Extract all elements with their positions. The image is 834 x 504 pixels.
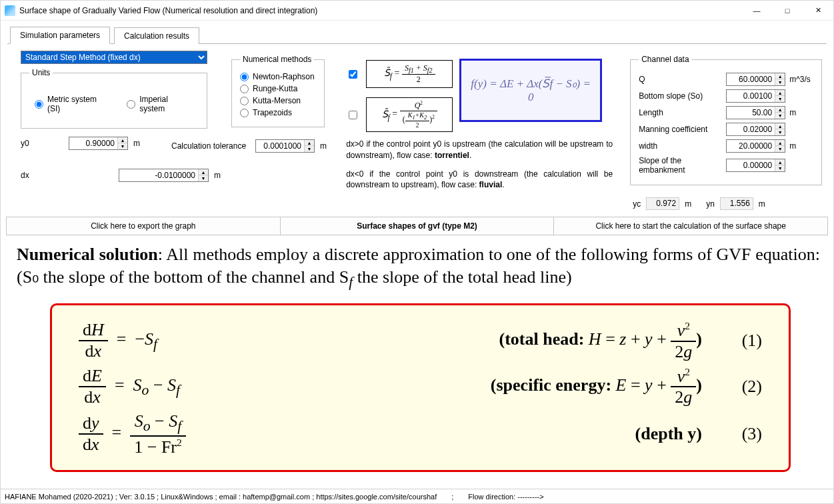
equation-3: dydx = So − Sf1 − Fr2 (depth y) (3) (79, 411, 762, 457)
spin-down-icon[interactable]: ▼ (199, 175, 208, 181)
surface-shape-title: Surface shapes of gvf (type M2) (281, 217, 555, 235)
length-input[interactable]: ▲▼ (726, 106, 785, 119)
manning-input[interactable]: ▲▼ (726, 123, 785, 136)
yc-label: yc (633, 199, 641, 209)
embankment-input[interactable]: ▲▼ (726, 159, 785, 172)
numerical-methods-legend: Numerical methods (240, 55, 314, 64)
objective-function-box: f(y) = ΔE + Δx(S̅f − S₀) = 0 (459, 59, 602, 122)
length-unit: m (789, 108, 813, 117)
equation-1: dHdx = −Sf (total head: H = z + y + v22g… (79, 320, 762, 362)
yn-value: 1.556 (720, 197, 753, 210)
dx-label: dx (21, 171, 47, 180)
status-bar: HAFIANE Mohamed (2020-2021) ; Ver: 3.0.1… (1, 489, 833, 503)
export-graph-button[interactable]: Click here to export the graph (7, 217, 281, 235)
units-group: Units Metric system (SI) Imperial system (21, 68, 207, 129)
sf-q-checkbox[interactable] (349, 111, 357, 119)
numerical-solution-section: Numerical solution: All methods employ a… (1, 235, 833, 472)
status-flow-direction: Flow direction: ---------> (468, 493, 543, 501)
spin-up-icon[interactable]: ▲ (199, 169, 208, 175)
sf-avg-formula: S̄f = Sf1 + Sf22 (366, 60, 453, 88)
units-legend: Units (29, 68, 53, 77)
method-newton-raphson[interactable]: Newton-Raphson (240, 72, 316, 81)
tab-calculation-results[interactable]: Calculation results (114, 27, 199, 44)
start-calculation-button[interactable]: Click here to start the calculation of t… (554, 217, 827, 235)
spin-down-icon[interactable]: ▼ (305, 146, 314, 152)
units-imperial-radio[interactable] (127, 100, 135, 109)
calc-tol-unit: m (320, 141, 327, 151)
channel-data-group: Channel data Q ▲▼ m^3/s Bottom slope (So… (630, 55, 822, 185)
channel-data-legend: Channel data (639, 55, 691, 64)
method-select[interactable]: Standard Step Method (fixed dx) (21, 51, 207, 64)
length-label: Length (639, 108, 726, 117)
equation-2: dEdx = So − Sf (specific energy: E = y +… (79, 366, 762, 408)
window-title: Surface shape of Gradually Varied Flow (… (19, 6, 741, 15)
y0-unit: m (133, 139, 140, 148)
width-unit: m (789, 141, 813, 151)
tab-simulation-parameters[interactable]: Simulation parameters (10, 27, 110, 44)
embankment-label: Slope of the embankment (639, 156, 726, 175)
y0-input[interactable]: ▲▼ (69, 137, 128, 150)
title-bar: Surface shape of Gradually Varied Flow (… (1, 1, 833, 21)
method-trapezoids[interactable]: Trapezoids (240, 108, 316, 117)
yn-unit: m (759, 199, 765, 209)
width-label: width (639, 141, 726, 151)
spin-up-icon[interactable]: ▲ (118, 137, 127, 143)
sf-avg-checkbox[interactable] (349, 70, 357, 79)
numerical-methods-group: Numerical methods Newton-Raphson Runge-K… (231, 55, 325, 127)
manning-label: Manning coefficient (639, 125, 726, 134)
spin-down-icon[interactable]: ▼ (118, 143, 127, 149)
yn-label: yn (706, 199, 715, 209)
tab-strip: Simulation parameters Calculation result… (10, 26, 833, 43)
status-credits: HAFIANE Mohamed (2020-2021) ; Ver: 3.0.1… (5, 493, 437, 501)
dx-unit: m (214, 171, 221, 180)
width-input[interactable]: ▲▼ (726, 139, 785, 153)
so-label: Bottom slope (So) (639, 91, 726, 101)
minimize-button[interactable]: — (741, 1, 772, 21)
dx-note-upstream: dx>0 if the control point y0 is upstream… (346, 139, 613, 160)
method-kutta-merson[interactable]: Kutta-Merson (240, 96, 316, 105)
numerical-solution-intro: Numerical solution: All methods employ a… (17, 243, 820, 291)
close-button[interactable]: ✕ (803, 1, 833, 21)
units-imperial[interactable]: Imperial system (127, 95, 193, 113)
so-input[interactable]: ▲▼ (726, 89, 785, 103)
spin-up-icon[interactable]: ▲ (305, 140, 314, 146)
calc-tol-label: Calculation tolerance (171, 141, 250, 151)
action-bar: Click here to export the graph Surface s… (6, 217, 828, 235)
calc-tol-input[interactable]: ▲▼ (255, 139, 315, 153)
dx-note-downstream: dx<0 if the control point y0 is downstre… (346, 169, 613, 190)
q-input[interactable]: ▲▼ (726, 73, 785, 86)
q-unit: m^3/s (789, 75, 813, 84)
y0-label: y0 (21, 139, 47, 148)
gvf-equations-box: dHdx = −Sf (total head: H = z + y + v22g… (50, 303, 791, 472)
sf-q-formula: S̄f = Q2(K1+K22)2 (366, 97, 453, 132)
app-icon (5, 5, 15, 16)
dx-input[interactable]: ▲▼ (119, 169, 209, 182)
units-metric-radio[interactable] (35, 100, 43, 109)
method-runge-kutta[interactable]: Runge-Kutta (240, 84, 316, 93)
q-label: Q (639, 75, 726, 84)
maximize-button[interactable]: □ (772, 1, 803, 21)
yc-unit: m (685, 199, 691, 209)
yc-value: 0.972 (646, 197, 679, 210)
units-metric[interactable]: Metric system (SI) (35, 95, 109, 113)
